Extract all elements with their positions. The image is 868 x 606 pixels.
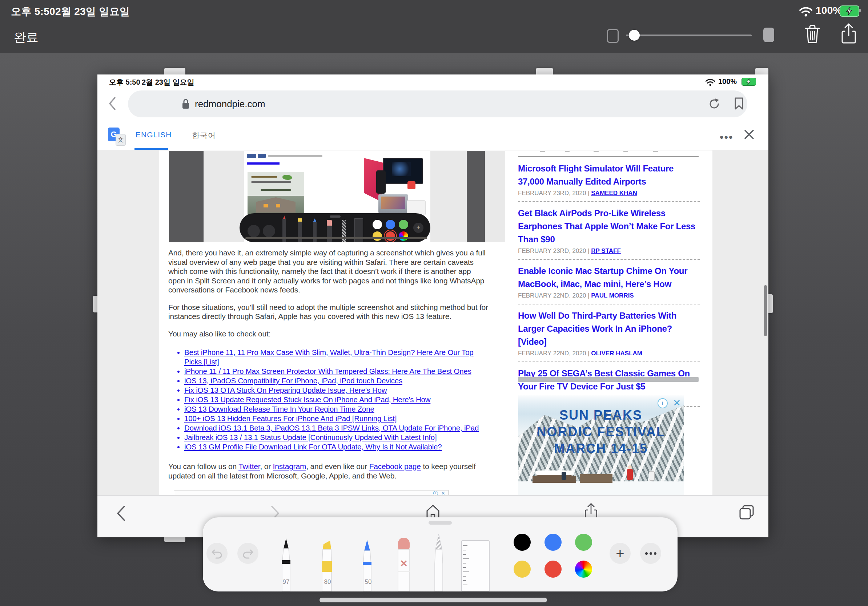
add-annotation-button[interactable]: +	[609, 543, 631, 564]
instagram-link: Instagram	[273, 462, 307, 470]
related-link: Best iPhone 11, 11 Pro Max Case With Sli…	[184, 348, 508, 366]
google-translate-icon-hanzi: 文	[116, 134, 126, 146]
sidebar-article-title: Enable Iconic Mac Startup Chime On Your …	[518, 264, 700, 291]
related-link: 100+ iOS 13 Hidden Features For iPhone A…	[184, 414, 508, 423]
sidebar-top-rule	[518, 156, 699, 157]
color-swatch-yellow[interactable]	[514, 561, 531, 578]
more-options-button[interactable]	[640, 543, 661, 564]
lock-icon	[182, 99, 190, 109]
sidebar-article-date: FEBRUARY 23RD, 2020 |	[518, 190, 591, 196]
color-swatch-green[interactable]	[575, 534, 592, 551]
highlighter-opacity-label: 80	[319, 578, 336, 586]
related-link: Fix iOS 13 OTA Stuck On Preparing Update…	[184, 385, 508, 395]
sidebar-article-author: SAMEED KHAN	[591, 190, 637, 196]
undo-button[interactable]	[206, 543, 228, 564]
dashed-divider	[518, 304, 700, 305]
sidebar-article-date: FEBRUARY 23RD, 2020 |	[518, 247, 591, 254]
article-image: +	[169, 151, 505, 242]
facebook-link: Facebook page	[369, 462, 421, 470]
captured-status-time: 오후 5:50	[109, 77, 140, 87]
ad-close-icon: ✕	[673, 397, 681, 409]
screenshot-canvas[interactable]: 오후 5:50 2월 23일 일요일 100% redmondpie.com G…	[98, 74, 769, 537]
color-swatch-multicolor[interactable]	[575, 561, 592, 578]
clipped-text-fragments	[518, 147, 699, 154]
share-icon[interactable]	[840, 23, 857, 44]
sidebar-article-list: Microsoft Flight Simulator Will Feature …	[518, 162, 700, 412]
translate-bar: G 文 ENGLISH 한국어 •••	[98, 120, 769, 150]
color-swatch-red[interactable]	[544, 561, 561, 578]
size-slider-knob[interactable]	[629, 30, 640, 41]
sidebar-article: Enable Iconic Mac Startup Chime On Your …	[518, 264, 700, 305]
bookmark-icon	[734, 97, 744, 110]
svg-text:✕: ✕	[400, 558, 408, 569]
page-left-gutter	[98, 150, 159, 495]
sidebar-article-title: Get Black AirPods Pro-Like Wireless Earp…	[518, 207, 700, 246]
captured-battery-percent: 100%	[718, 77, 737, 86]
color-swatch-black[interactable]	[514, 534, 531, 551]
wifi-icon	[799, 6, 813, 17]
captured-scrollbar	[764, 285, 767, 336]
translate-more-icon: •••	[720, 131, 733, 144]
sidebar-article-author: OLIVER HASLAM	[591, 350, 642, 357]
ruler-tool[interactable]	[459, 537, 491, 592]
dashed-divider	[518, 201, 700, 202]
sidebar-ad: SUN PEAKS NORDIC FESTIVAL MARCH 14-15 i …	[518, 395, 684, 495]
translate-close-icon	[743, 128, 755, 141]
follow-paragraph: You can follow us on Twitter, or Instagr…	[168, 462, 508, 480]
related-link: iOS 13 Download Release Time In Your Reg…	[184, 404, 508, 414]
trash-icon[interactable]	[804, 24, 821, 44]
reload-icon	[708, 98, 721, 110]
article-body: And, there you have it, an extremely sim…	[168, 242, 508, 480]
done-button[interactable]: 완료	[14, 29, 39, 46]
related-link: Jailbreak iOS 13 / 13.1 Status Update [C…	[184, 433, 508, 442]
sidebar-scroll-bar	[518, 377, 699, 382]
translate-tab-english: ENGLISH	[136, 130, 172, 139]
pen-opacity-label: 97	[278, 578, 294, 586]
max-size-button[interactable]	[763, 28, 774, 42]
status-battery-percent: 100%	[816, 5, 842, 16]
sidebar-article-author: PAUL MORRIS	[591, 292, 634, 299]
related-links-list: Best iPhone 11, 11 Pro Max Case With Sli…	[168, 348, 508, 451]
sidebar-article-author: RP STAFF	[591, 247, 621, 254]
article-paragraph: You may also like to check out:	[168, 329, 508, 339]
page-right-gutter	[712, 150, 769, 495]
related-link: Fix iOS 13 Update Requested Stuck Issue …	[184, 395, 508, 404]
related-link: iPhone 11 / 11 Pro Max Screen Protector …	[184, 366, 508, 376]
status-date: 2월 23일 일요일	[55, 5, 130, 19]
sidebar-article-title: How Well Do Third-Party Batteries With L…	[518, 309, 700, 348]
sidebar-article: Get Black AirPods Pro-Like Wireless Earp…	[518, 207, 700, 260]
twitter-link: Twitter	[239, 462, 260, 470]
captured-wifi-icon	[705, 79, 715, 86]
captured-status-date: 2월 23일 일요일	[142, 77, 194, 87]
eraser-tool[interactable]: ✕	[394, 536, 413, 592]
toolbar-tabs-icon	[739, 504, 755, 520]
color-swatch-blue[interactable]	[544, 534, 561, 551]
pencil-opacity-label: 50	[360, 578, 377, 586]
related-link: iOS 13, iPadOS Compatibility For iPhone,…	[184, 376, 508, 385]
palette-drag-handle[interactable]	[429, 521, 452, 525]
captured-battery-icon	[741, 78, 756, 86]
dashed-divider	[518, 362, 700, 362]
markup-top-bar: 오후 5:50 2월 23일 일요일 100% 완료	[0, 0, 868, 53]
size-slider-track[interactable]	[626, 34, 752, 36]
back-chevron-icon	[108, 96, 117, 111]
adchoices-icon: i	[657, 398, 668, 408]
related-link: Download iOS 13.1 Beta 3, iPadOS 13.1 Be…	[184, 423, 508, 433]
ad-line-2: NORDIC FESTIVAL	[518, 424, 684, 440]
translate-tab-korean: 한국어	[192, 130, 216, 141]
related-link: iOS 13 GM Profile File Download Link For…	[184, 442, 508, 451]
dashed-divider	[518, 259, 700, 260]
sidebar-article-date: FEBRUARY 22ND, 2020 |	[518, 350, 591, 357]
sidebar-article: How Well Do Third-Party Batteries With L…	[518, 309, 700, 362]
lasso-tool[interactable]	[430, 533, 448, 592]
min-size-button[interactable]	[607, 29, 618, 43]
sidebar-article-date: FEBRUARY 22ND, 2020 |	[518, 292, 591, 299]
redo-button[interactable]	[237, 543, 259, 564]
battery-icon	[840, 5, 859, 17]
url-text: redmondpie.com	[195, 99, 265, 110]
home-indicator[interactable]	[319, 598, 547, 602]
toolbar-back-icon	[116, 505, 127, 522]
address-bar: redmondpie.com	[128, 90, 747, 117]
sidebar-article-title: Microsoft Flight Simulator Will Feature …	[518, 162, 700, 188]
article-paragraph: For those situations, you’ll still need …	[168, 303, 508, 321]
